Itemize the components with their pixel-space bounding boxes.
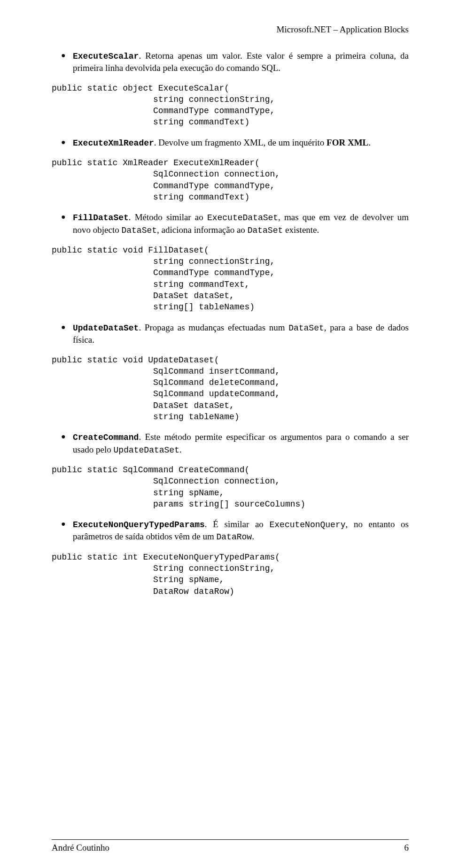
footer: André Coutinho 6: [52, 839, 409, 854]
bullet-icon: ●: [61, 50, 73, 61]
header-title: Microsoft.NET – Application Blocks: [52, 23, 409, 36]
method-name: ExecuteScalar: [73, 52, 139, 61]
method-name: UpdateDataSet: [73, 323, 139, 333]
item-desc: ExecuteNonQueryTypedParams. É similar ao…: [73, 518, 409, 543]
item-executenonquerytypedparams: ● ExecuteNonQueryTypedParams. É similar …: [52, 518, 409, 543]
bullet-icon: ●: [61, 518, 73, 530]
code-block: public static int ExecuteNonQueryTypedPa…: [52, 552, 409, 597]
desc-text: . É similar ao: [205, 519, 270, 529]
bullet-icon: ●: [61, 431, 73, 442]
code-inline: DataSet: [288, 323, 324, 333]
item-updatedataset: ● UpdateDataSet. Propaga as mudanças efe…: [52, 322, 409, 346]
desc-text: . Propaga as mudanças efectuadas num: [139, 323, 288, 332]
footer-page-number: 6: [404, 842, 409, 854]
desc-bold: FOR XML: [327, 138, 368, 147]
footer-author: André Coutinho: [52, 842, 109, 854]
code-block: public static void UpdateDataset( SqlCom…: [52, 354, 409, 423]
item-desc: UpdateDataSet. Propaga as mudanças efect…: [73, 322, 409, 346]
item-executexmlreader: ● ExecuteXmlReader. Devolve um fragmento…: [52, 137, 409, 149]
item-desc: FillDataSet. Método similar ao ExecuteDa…: [73, 211, 409, 236]
code-block: public static object ExecuteScalar( stri…: [52, 83, 409, 128]
code-inline: ExecuteNonQuery: [269, 520, 345, 530]
bullet-icon: ●: [61, 211, 73, 223]
method-name: ExecuteXmlReader: [73, 138, 154, 148]
desc-mid2: , adiciona informação ao: [157, 225, 248, 235]
item-desc: ExecuteScalar. Retorna apenas um valor. …: [73, 50, 409, 74]
footer-divider: [52, 839, 409, 840]
method-name: CreateCommand: [73, 433, 139, 442]
item-filldataset: ● FillDataSet. Método similar ao Execute…: [52, 211, 409, 236]
method-name: FillDataSet: [73, 213, 129, 223]
code-inline: DataSet: [121, 226, 157, 235]
desc-after: .: [252, 531, 254, 541]
desc-after: .: [368, 138, 371, 147]
item-desc: CreateCommand. Este método permite espec…: [73, 431, 409, 456]
method-name: ExecuteNonQueryTypedParams: [73, 520, 205, 530]
code-inline: ExecuteDataSet: [207, 213, 278, 223]
bullet-icon: ●: [61, 322, 73, 333]
desc-text: . Devolve um fragmento XML, de um inquér…: [154, 138, 327, 147]
bullet-icon: ●: [61, 137, 73, 148]
desc-text: . Método similar ao: [129, 212, 207, 222]
item-desc: ExecuteXmlReader. Devolve um fragmento X…: [73, 137, 409, 149]
code-inline: DataSet: [248, 226, 283, 235]
code-inline: UpdateDataSet: [114, 446, 179, 455]
code-inline: DataRow: [217, 532, 252, 542]
desc-after: existente.: [283, 225, 319, 235]
item-createcommand: ● CreateCommand. Este método permite esp…: [52, 431, 409, 456]
desc-after: .: [179, 445, 182, 454]
code-block: public static XmlReader ExecuteXmlReader…: [52, 157, 409, 203]
item-executescalar: ● ExecuteScalar. Retorna apenas um valor…: [52, 50, 409, 74]
code-block: public static SqlCommand CreateCommand( …: [52, 464, 409, 510]
page: Microsoft.NET – Application Blocks ● Exe…: [0, 0, 451, 868]
code-block: public static void FillDataset( string c…: [52, 245, 409, 313]
